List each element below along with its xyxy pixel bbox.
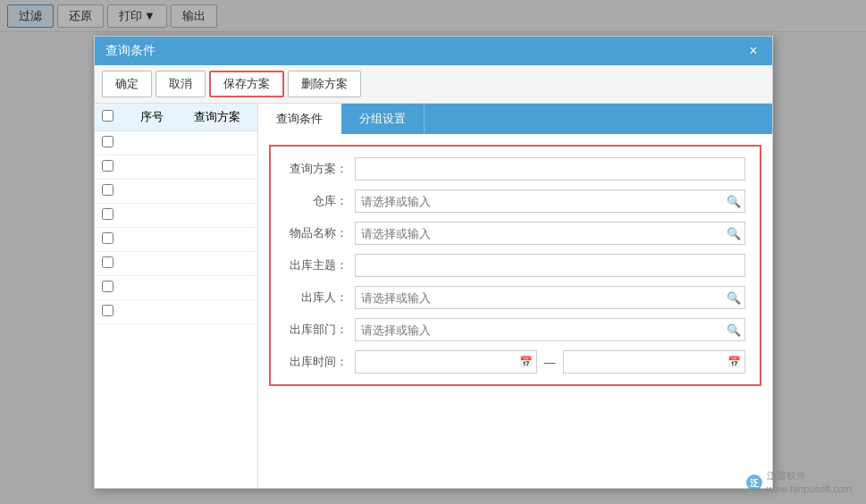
operator-input[interactable]	[356, 290, 723, 307]
right-tabs: 查询条件 分组设置	[258, 104, 772, 134]
list-row	[95, 252, 257, 276]
warehouse-input[interactable]	[356, 193, 723, 210]
row-checkbox[interactable]	[102, 232, 114, 244]
goods-label: 物品名称：	[285, 225, 348, 241]
select-all-checkbox[interactable]	[102, 110, 114, 122]
modal-title: 查询条件	[105, 43, 156, 59]
subject-label: 出库主题：	[285, 257, 348, 273]
goods-search-icon[interactable]: 🔍	[723, 223, 744, 244]
goods-input[interactable]	[356, 225, 723, 242]
operator-search-icon[interactable]: 🔍	[723, 287, 744, 308]
col-name-label: 查询方案	[184, 109, 250, 125]
right-content: 查询方案： 仓库： 🔍 物	[258, 134, 772, 488]
row-checkbox[interactable]	[102, 305, 114, 316]
form-row-operator: 出库人： 🔍	[285, 286, 745, 309]
cancel-button[interactable]: 取消	[156, 71, 206, 97]
row-checkbox[interactable]	[102, 160, 114, 172]
save-plan-button[interactable]: 保存方案	[209, 71, 284, 97]
row-checkbox[interactable]	[102, 136, 114, 147]
operator-input-wrap: 🔍	[355, 286, 745, 309]
delete-plan-button[interactable]: 删除方案	[288, 71, 361, 97]
modal-dialog: 查询条件 × 确定 取消 保存方案 删除方案 序号 查询方案	[94, 36, 773, 489]
modal-toolbar: 确定 取消 保存方案 删除方案	[95, 65, 772, 104]
row-checkbox[interactable]	[102, 281, 114, 292]
time-label: 出库时间：	[285, 354, 348, 370]
form-row-time: 出库时间： 📅 — 📅	[285, 350, 745, 374]
modal-close-button[interactable]: ×	[745, 43, 761, 59]
form-row-warehouse: 仓库： 🔍	[285, 189, 745, 213]
dept-input-wrap: 🔍	[355, 318, 745, 341]
list-row	[95, 300, 257, 324]
warehouse-search-icon[interactable]: 🔍	[723, 190, 744, 212]
plan-label: 查询方案：	[285, 161, 348, 177]
modal-overlay: 查询条件 × 确定 取消 保存方案 删除方案 序号 查询方案	[0, 0, 866, 504]
form-row-goods: 物品名称： 🔍	[285, 222, 745, 245]
dept-label: 出库部门：	[285, 322, 348, 338]
left-panel: 序号 查询方案	[95, 104, 258, 488]
form-row-dept: 出库部门： 🔍	[285, 318, 745, 341]
brand-logo-icon: 泛	[745, 474, 763, 491]
right-panel: 查询条件 分组设置 查询方案： 仓库：	[258, 104, 772, 488]
warehouse-input-wrap: 🔍	[355, 189, 745, 213]
list-row	[95, 204, 257, 228]
list-header: 序号 查询方案	[95, 104, 257, 131]
modal-header: 查询条件 ×	[95, 37, 772, 65]
date-to-wrap: 📅	[563, 350, 745, 374]
dept-search-icon[interactable]: 🔍	[723, 319, 744, 340]
confirm-button[interactable]: 确定	[102, 71, 152, 97]
date-separator: —	[541, 356, 559, 369]
date-to-input[interactable]	[564, 354, 725, 371]
dept-input[interactable]	[356, 322, 723, 339]
list-row	[95, 228, 257, 252]
calendar-to-icon[interactable]: 📅	[725, 351, 744, 373]
tab-query-conditions[interactable]: 查询条件	[258, 104, 341, 134]
form-row-plan: 查询方案：	[285, 157, 745, 181]
tab-group-settings[interactable]: 分组设置	[341, 104, 425, 134]
list-row	[95, 131, 257, 155]
modal-body: 序号 查询方案	[95, 104, 772, 488]
list-row	[95, 155, 257, 180]
brand-footer: 泛 泛普软件 www.fanpusoft.com	[745, 469, 852, 495]
calendar-from-icon[interactable]: 📅	[517, 351, 536, 373]
list-rows	[95, 131, 257, 488]
goods-input-wrap: 🔍	[355, 222, 745, 245]
plan-input[interactable]	[355, 157, 745, 181]
row-checkbox[interactable]	[102, 208, 114, 220]
brand-url: www.fanpusoft.com	[767, 483, 852, 495]
row-checkbox[interactable]	[102, 184, 114, 196]
date-from-wrap: 📅	[355, 350, 537, 374]
query-form-box: 查询方案： 仓库： 🔍 物	[269, 145, 761, 386]
col-seq-label: 序号	[134, 109, 170, 125]
brand-name: 泛普软件	[767, 469, 852, 482]
list-row	[95, 276, 257, 300]
warehouse-label: 仓库：	[285, 193, 348, 209]
form-row-subject: 出库主题：	[285, 254, 745, 277]
operator-label: 出库人：	[285, 290, 348, 306]
date-range: 📅 — 📅	[355, 350, 745, 374]
list-row	[95, 180, 257, 204]
row-checkbox[interactable]	[102, 256, 114, 268]
svg-text:泛: 泛	[750, 478, 760, 488]
date-from-input[interactable]	[356, 354, 517, 371]
subject-input[interactable]	[355, 254, 745, 277]
